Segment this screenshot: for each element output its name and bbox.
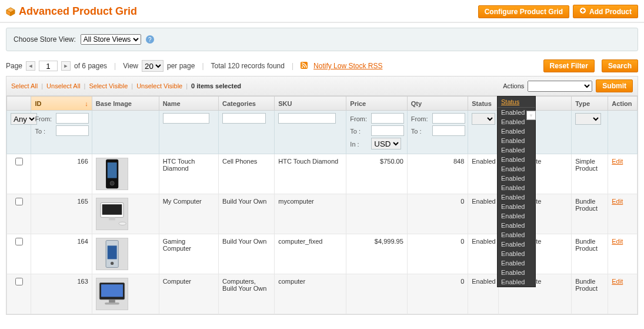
add-product-button[interactable]: Add Product xyxy=(573,5,638,18)
status-dropdown-option[interactable]: Enabled xyxy=(498,277,535,287)
col-name[interactable]: Name xyxy=(159,97,218,111)
page-prev-button[interactable]: ◄ xyxy=(26,61,35,71)
col-categories[interactable]: Categories xyxy=(219,97,275,111)
per-page-select[interactable]: 20 xyxy=(142,60,163,72)
col-price[interactable]: Price xyxy=(346,97,407,111)
store-view-select[interactable]: All Store Views xyxy=(81,34,141,45)
status-dropdown-option[interactable]: Enabled xyxy=(498,230,535,240)
edit-link[interactable]: Edit xyxy=(612,278,623,285)
filter-qty-to[interactable] xyxy=(432,125,465,136)
total-records: Total 120 records found xyxy=(211,62,285,70)
page-input[interactable] xyxy=(39,61,58,71)
cell-image xyxy=(92,234,159,274)
filter-name[interactable] xyxy=(163,113,210,124)
product-thumb xyxy=(96,278,128,310)
status-dropdown-option[interactable]: Enabled xyxy=(498,127,535,136)
row-checkbox[interactable] xyxy=(15,198,23,205)
filter-id-to[interactable] xyxy=(56,125,89,136)
cell-qty: 0 xyxy=(407,194,468,234)
dropdown-handle-icon[interactable]: ▼ xyxy=(526,111,536,120)
filter-checkbox-select[interactable]: Any xyxy=(11,113,37,125)
edit-link[interactable]: Edit xyxy=(612,238,623,245)
col-status[interactable]: Status xyxy=(468,97,499,111)
filter-categories[interactable] xyxy=(222,113,266,124)
cell-status: Enabled xyxy=(468,194,499,234)
status-dropdown-option[interactable]: Enabled xyxy=(498,249,535,258)
search-button[interactable]: Search xyxy=(602,59,638,72)
grid-header-row: ID↓ Base Image Name Categories SKU Price… xyxy=(7,97,638,111)
cell-price: $4,999.95 xyxy=(346,234,407,274)
actions-select[interactable] xyxy=(528,81,592,92)
store-view-label: Choose Store View: xyxy=(14,35,76,44)
cell-image xyxy=(92,194,159,234)
reset-filter-button[interactable]: Reset Filter xyxy=(543,59,595,72)
sort-desc-icon: ↓ xyxy=(85,100,88,107)
actions-label: Actions xyxy=(503,82,524,89)
paging-toolbar: Page ◄ ► of 6 pages | View 20 per page |… xyxy=(0,56,644,76)
edit-link[interactable]: Edit xyxy=(612,158,623,165)
row-checkbox[interactable] xyxy=(15,238,23,245)
col-action[interactable]: Action xyxy=(608,97,638,111)
col-sku[interactable]: SKU xyxy=(275,97,346,111)
status-column-dropdown[interactable]: Status EnabledEnabledEnabledEnabledEnabl… xyxy=(497,96,536,287)
table-row: 166HTC Touch DiamondCell PhonesHTC Touch… xyxy=(7,154,638,194)
col-base-image[interactable]: Base Image xyxy=(92,97,159,111)
col-type[interactable]: Type xyxy=(572,97,608,111)
filter-id-from[interactable] xyxy=(56,113,89,124)
filter-status[interactable] xyxy=(472,113,495,125)
per-page-label: per page xyxy=(167,62,195,70)
cell-price xyxy=(346,274,407,314)
filter-type[interactable] xyxy=(575,113,601,125)
status-dropdown-option[interactable]: Enabled xyxy=(498,145,535,155)
cell-status: Enabled xyxy=(468,274,499,314)
status-dropdown-option[interactable]: Enabled xyxy=(498,136,535,145)
status-dropdown-option[interactable]: Enabled xyxy=(498,240,535,249)
status-dropdown-option[interactable]: Enabled xyxy=(498,192,535,202)
page-title: Advanced Product Grid xyxy=(19,5,478,18)
row-checkbox[interactable] xyxy=(15,278,23,285)
page-next-button[interactable]: ► xyxy=(61,61,71,71)
rss-link[interactable]: Notify Low Stock RSS xyxy=(313,62,382,70)
select-visible-link[interactable]: Select Visible xyxy=(89,82,128,89)
status-dropdown-option[interactable]: Enabled xyxy=(498,164,535,174)
cube-icon xyxy=(6,7,15,16)
filter-currency[interactable]: USD xyxy=(371,138,401,149)
submit-button[interactable]: Submit xyxy=(596,79,633,92)
edit-link[interactable]: Edit xyxy=(612,198,623,205)
status-dropdown-header[interactable]: Status xyxy=(498,97,535,108)
cell-status: Enabled xyxy=(468,154,499,194)
items-selected: 0 items selected xyxy=(191,82,241,89)
cell-sku: computer xyxy=(275,274,346,314)
svg-point-15 xyxy=(119,222,126,225)
col-qty[interactable]: Qty xyxy=(407,97,468,111)
status-dropdown-option[interactable]: Enabled xyxy=(498,183,535,192)
status-dropdown-option[interactable]: Enabled xyxy=(498,221,535,230)
svg-rect-13 xyxy=(109,218,115,221)
help-icon[interactable]: ? xyxy=(146,35,154,44)
table-row: 163ComputerComputers, Build Your Owncomp… xyxy=(7,274,638,314)
unselect-visible-link[interactable]: Unselect Visible xyxy=(136,82,182,89)
row-checkbox[interactable] xyxy=(15,158,23,165)
col-checkbox[interactable] xyxy=(7,97,31,111)
cell-qty: 0 xyxy=(407,274,468,314)
svg-rect-9 xyxy=(107,162,116,178)
status-dropdown-option[interactable]: Enabled xyxy=(498,211,535,221)
filter-price-to[interactable] xyxy=(371,125,404,136)
configure-grid-button[interactable]: Configure Product Grid xyxy=(478,5,569,18)
cell-type: Simple Product xyxy=(572,154,608,194)
svg-rect-14 xyxy=(104,221,120,223)
store-view-bar: Choose Store View: All Store Views ? xyxy=(6,28,638,51)
status-dropdown-option[interactable]: Enabled xyxy=(498,268,535,277)
status-dropdown-option[interactable]: Enabled xyxy=(498,202,535,211)
svg-point-10 xyxy=(110,181,114,185)
status-dropdown-option[interactable]: Enabled xyxy=(498,258,535,268)
cell-id: 164 xyxy=(31,234,92,274)
filter-qty-from[interactable] xyxy=(432,113,465,124)
status-dropdown-option[interactable]: Enabled xyxy=(498,174,535,183)
filter-sku[interactable] xyxy=(278,113,336,124)
filter-price-from[interactable] xyxy=(371,113,404,124)
col-id[interactable]: ID↓ xyxy=(31,97,92,111)
status-dropdown-option[interactable]: Enabled xyxy=(498,155,535,164)
unselect-all-link[interactable]: Unselect All xyxy=(46,82,80,89)
select-all-link[interactable]: Select All xyxy=(11,82,38,89)
